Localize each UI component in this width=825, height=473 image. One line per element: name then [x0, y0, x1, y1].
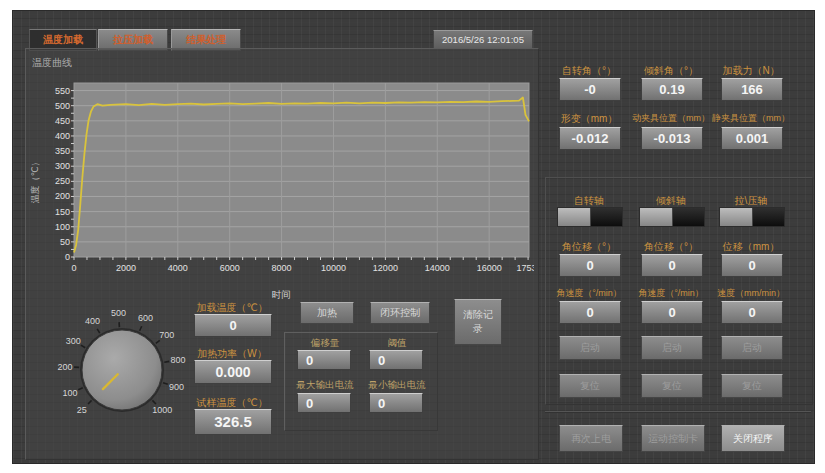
tilt-speed-field[interactable]: 0 [641, 301, 703, 324]
toggle-knob [720, 208, 753, 226]
temperature-panel: 温度曲线 05010015020025030035040045050055002… [25, 48, 539, 460]
tension-start-button[interactable]: 启动 [721, 336, 783, 360]
svg-text:500: 500 [55, 101, 70, 111]
max-output-current-field[interactable]: 0 [297, 393, 351, 413]
heat-button[interactable]: 加热 [300, 302, 354, 324]
svg-text:100: 100 [55, 222, 70, 232]
svg-text:16000: 16000 [477, 263, 502, 273]
svg-text:700: 700 [159, 330, 174, 340]
moving-clamp-position-value: -0.013 [641, 127, 703, 150]
svg-text:50: 50 [60, 237, 70, 247]
deformation-label: 形变（mm） [553, 112, 625, 126]
heat-power-value: 0.000 [194, 360, 272, 384]
svg-text:800: 800 [171, 355, 186, 365]
tension-axis-header: 拉\压轴 [721, 194, 781, 208]
threshold-label: 阈值 [367, 337, 427, 350]
toggle-track [591, 208, 623, 226]
rotation-speed-field[interactable]: 0 [559, 301, 621, 324]
tilt-displacement-label: 角位移（°） [635, 240, 707, 254]
offset-field[interactable]: 0 [297, 350, 351, 370]
svg-text:400: 400 [55, 131, 70, 141]
svg-text:200: 200 [58, 362, 73, 372]
svg-text:2000: 2000 [116, 263, 136, 273]
tension-displacement-label: 位移（mm） [715, 240, 787, 254]
close-program-button[interactable]: 关闭程序 [721, 425, 785, 452]
set-temp-label: 加载温度（℃） [190, 301, 274, 315]
chart-y-axis-label: 温度（℃） [29, 146, 42, 216]
tilt-reset-button[interactable]: 复位 [641, 374, 703, 398]
tilt-start-button[interactable]: 启动 [641, 336, 703, 360]
closed-loop-control-button[interactable]: 闭环控制 [370, 302, 430, 324]
static-clamp-position-value: 0.001 [721, 127, 783, 150]
tilt-speed-label: 角速度（°/min） [631, 287, 711, 300]
moving-clamp-position-label: 动夹具位置（mm） [627, 112, 715, 125]
toggle-track [673, 208, 705, 226]
svg-text:600: 600 [138, 313, 153, 323]
app-window: 温度加载 拉压加载 结果处理 2016/5/26 12:01:05 温度曲线 0… [12, 10, 815, 464]
toggle-knob [558, 208, 591, 226]
tilt-axis-toggle[interactable] [639, 207, 705, 227]
rotation-axis-toggle[interactable] [557, 207, 623, 227]
offset-label: 偏移量 [295, 337, 355, 350]
deformation-value: -0.012 [559, 127, 621, 150]
rotation-angle-label: 自转角（°） [553, 64, 625, 78]
tension-displacement-field[interactable]: 0 [721, 254, 783, 277]
svg-text:300: 300 [66, 336, 81, 346]
rotation-reset-button[interactable]: 复位 [559, 374, 621, 398]
min-output-current-field[interactable]: 0 [369, 393, 423, 413]
svg-text:500: 500 [111, 308, 126, 318]
toggle-knob [640, 208, 673, 226]
sample-temp-value: 326.5 [194, 409, 272, 435]
footer-divider [545, 411, 811, 413]
static-clamp-position-label: 静夹具位置（mm） [709, 112, 793, 125]
pid-groupbox: 偏移量 0 阈值 0 最大输出电流 0 最小输出电流 0 [284, 332, 438, 431]
temperature-knob[interactable]: 251002003004005006007008009001000 [48, 300, 200, 448]
load-force-value: 166 [721, 78, 783, 101]
tension-reset-button[interactable]: 复位 [721, 374, 783, 398]
tilt-axis-header: 倾斜轴 [641, 194, 701, 208]
tilt-angle-value: 0.19 [641, 78, 703, 101]
max-output-current-label: 最大输出电流 [291, 379, 359, 392]
svg-text:4000: 4000 [168, 263, 188, 273]
svg-text:550: 550 [55, 86, 70, 96]
toggle-track [753, 208, 785, 226]
repower-button[interactable]: 再次上电 [559, 425, 623, 452]
svg-text:0: 0 [71, 263, 76, 273]
rotation-displacement-label: 角位移（°） [553, 240, 625, 254]
svg-text:1000: 1000 [152, 405, 172, 415]
svg-text:150: 150 [55, 207, 70, 217]
rotation-displacement-field[interactable]: 0 [559, 254, 621, 277]
tension-speed-field[interactable]: 0 [721, 301, 783, 324]
svg-text:350: 350 [55, 146, 70, 156]
svg-text:100: 100 [63, 388, 78, 398]
load-force-label: 加载力（N） [715, 64, 787, 78]
screenshot-stage: 温度加载 拉压加载 结果处理 2016/5/26 12:01:05 温度曲线 0… [0, 0, 825, 473]
clear-record-button[interactable]: 清除记录 [454, 299, 502, 345]
motion-card-button[interactable]: 运动控制卡 [641, 425, 705, 452]
rotation-start-button[interactable]: 启动 [559, 336, 621, 360]
svg-text:6000: 6000 [220, 263, 240, 273]
svg-text:300: 300 [55, 161, 70, 171]
rotation-speed-label: 角速度（°/min） [549, 287, 629, 300]
tilt-displacement-field[interactable]: 0 [641, 254, 703, 277]
svg-text:12000: 12000 [373, 263, 398, 273]
chart-title: 温度曲线 [32, 56, 72, 70]
sample-temp-label: 试样温度（℃） [190, 396, 274, 410]
tension-speed-label: 速度（mm/min） [711, 287, 791, 300]
min-output-current-label: 最小输出电流 [363, 379, 431, 392]
tilt-angle-label: 倾斜角（°） [635, 64, 707, 78]
svg-text:10000: 10000 [321, 263, 346, 273]
svg-text:14000: 14000 [425, 263, 450, 273]
svg-text:450: 450 [55, 116, 70, 126]
svg-text:8000: 8000 [272, 263, 292, 273]
svg-text:25: 25 [77, 405, 87, 415]
threshold-field[interactable]: 0 [369, 350, 423, 370]
rotation-axis-header: 自转轴 [559, 194, 619, 208]
svg-text:900: 900 [169, 382, 184, 392]
rotation-angle-value: -0 [559, 78, 621, 101]
svg-text:400: 400 [85, 316, 100, 326]
tension-axis-toggle[interactable] [719, 207, 785, 227]
heat-power-label: 加热功率（W） [190, 347, 274, 361]
set-temp-field[interactable]: 0 [194, 314, 272, 337]
svg-text:17535: 17535 [516, 263, 534, 273]
